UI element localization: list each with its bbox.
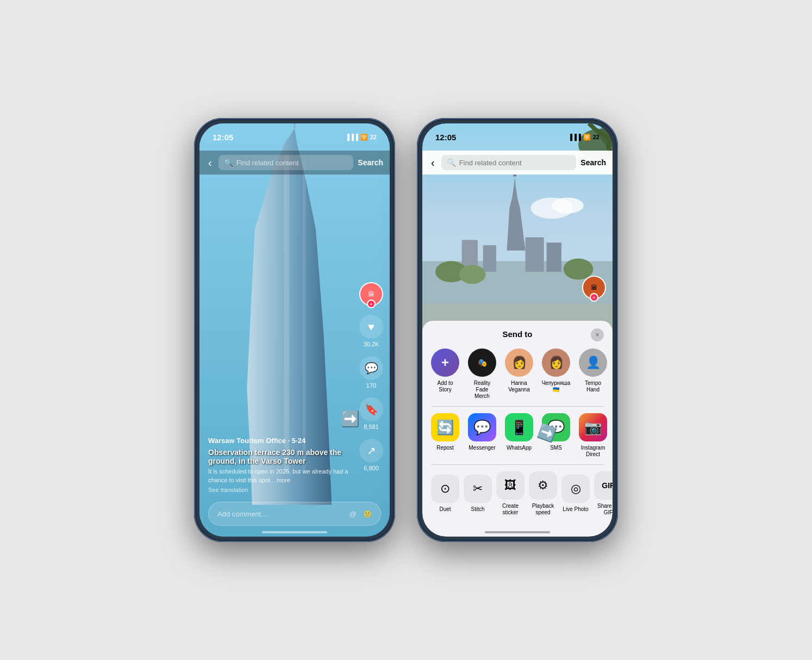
tempo-hand-label: Tempo Hand [579,380,607,393]
status-icons: ▐▐▐ 🛜 22 [345,134,377,141]
video-info: Warsaw Tourism Office · 5·24 Observation… [208,437,357,493]
video-title: Observation terrace 230 m above the grou… [208,448,357,465]
wifi-icon: 🛜 [360,134,368,141]
duet-icon: ⊙ [431,475,459,503]
tool-playback-speed[interactable]: ⚙ Playback speed [529,471,557,516]
repost-label: Repost [436,445,454,451]
svg-rect-15 [547,242,561,272]
tool-stitch[interactable]: ✂ Stitch [464,475,492,513]
contacts-row: + Add to Story 🎭 Reality Fade Merch 👩 Ha… [422,344,613,404]
reality-fade-avatar: 🎭 [468,348,496,377]
comment-bar[interactable]: Add comment... @ 🙂 [208,502,381,526]
like-count: 30.2K [364,341,379,347]
like-button[interactable]: ♥ 30.2K [359,315,383,347]
search-bar-right[interactable]: ‹ 🔍 Find related content Search [422,151,613,175]
add-to-story-label: Add to Story [431,380,459,393]
back-button-right[interactable]: ‹ [429,154,437,171]
profile-action-right[interactable]: 🏛 + [582,276,606,300]
hanna-avatar: 👩 [505,348,533,377]
profile-icon[interactable]: 🏛 + [359,282,383,306]
search-bar[interactable]: ‹ 🔍 Find related content Search [199,151,390,175]
hanna-label: Hanna Veganna [505,380,533,393]
video-description: It is scheduled to open in 2025, but we … [208,468,357,484]
search-input-right[interactable]: 🔍 Find related content [441,155,577,170]
create-sticker-label: Create sticker [496,503,524,516]
contact-hanna[interactable]: 👩 Hanna Veganna [505,348,533,400]
tool-live-photo[interactable]: ◎ Live Photo [561,475,590,513]
create-sticker-icon: 🖼 [496,471,524,500]
bookmark-icon: 🔖 [359,397,383,421]
app-instagram-direct[interactable]: 📷 Instagram Direct [579,413,607,458]
status-icons-right: ▐▐▐ 🛜 22 [568,134,599,141]
share-as-gif-icon: GIF [594,471,613,500]
profile-action[interactable]: 🏛 + [359,282,383,306]
messenger-icon: 💬 [468,413,496,441]
share-close-button[interactable]: × [591,328,604,341]
wifi-icon-right: 🛜 [583,134,591,141]
heart-icon: ♥ [359,315,383,339]
live-photo-label: Live Photo [563,506,588,513]
video-username: Warsaw Tourism Office · 5·24 [208,437,357,445]
signal-icon-right: ▐▐▐ [568,134,580,140]
app-repost[interactable]: 🔄 Repost [431,413,459,458]
contact-tempo-hand[interactable]: 👤 Tempo Hand [579,348,607,400]
tool-create-sticker[interactable]: 🖼 Create sticker [496,471,524,516]
search-input[interactable]: 🔍 Find related content [218,155,354,170]
home-indicator-right [485,531,550,533]
chepurnyasha-label: Чепурняша 🇺🇦 [542,380,571,393]
battery-icon: 22 [370,134,377,140]
back-button[interactable]: ‹ [206,154,214,171]
search-placeholder-right: Find related content [459,159,522,167]
search-button[interactable]: Search [358,158,383,167]
stitch-icon: ✂ [464,475,492,503]
instagram-direct-label: Instagram Direct [579,445,607,458]
messenger-label: Messenger [469,445,495,451]
divider-2 [431,464,604,465]
svg-point-8 [552,197,583,213]
tool-share-as-gif[interactable]: GIF Share as GIF [594,471,613,516]
follow-plus: + [367,300,376,308]
share-icon: ↗ [359,439,383,463]
svg-rect-13 [483,245,496,272]
see-translation[interactable]: See translation [208,487,357,493]
sms-label: SMS [550,445,562,451]
contact-reality-fade[interactable]: 🎭 Reality Fade Merch [468,348,496,400]
save-count: 8,581 [364,424,379,430]
comment-icons: @ 🙂 [349,510,372,518]
apps-row: 🔄 Repost 💬 Messenger 📱 WhatsApp 💬 SMS [422,409,613,462]
comment-button[interactable]: 💬 170 [359,356,383,389]
svg-point-17 [459,265,486,284]
at-icon[interactable]: @ [349,510,357,518]
app-whatsapp[interactable]: 📱 WhatsApp [505,413,533,458]
comment-count: 170 [366,382,376,389]
status-bar: 12:05 ▐▐▐ 🛜 22 [199,123,390,151]
share-button[interactable]: ↗ 6,800 [359,439,383,471]
profile-icon-right[interactable]: 🏛 + [582,276,606,300]
home-indicator [262,531,327,533]
svg-rect-4 [284,155,290,473]
search-placeholder: Find related content [236,159,299,167]
share-header: Send to × [422,321,613,344]
app-messenger[interactable]: 💬 Messenger [468,413,496,458]
whatsapp-label: WhatsApp [507,445,532,451]
share-title: Send to [503,329,533,339]
share-count: 6,800 [364,465,379,471]
contact-chepurnyasha[interactable]: 👩 Чепурняша 🇺🇦 [542,348,570,400]
playback-speed-icon: ⚙ [529,471,557,500]
emoji-icon[interactable]: 🙂 [363,510,372,518]
live-photo-icon: ◎ [561,475,590,503]
tools-row: ⊙ Duet ✂ Stitch 🖼 Create sticker ⚙ Playb… [422,467,613,520]
repost-icon: 🔄 [431,413,459,441]
instagram-direct-icon: 📷 [579,413,607,441]
status-time: 12:05 [213,133,233,142]
tool-duet[interactable]: ⊙ Duet [431,475,459,513]
contact-add-to-story[interactable]: + Add to Story [431,348,459,400]
search-button-right[interactable]: Search [580,158,606,167]
add-to-story-avatar: + [431,348,459,377]
status-bar-right: 12:05 ▐▐▐ 🛜 22 [422,123,613,151]
comment-placeholder[interactable]: Add comment... [217,510,345,518]
right-phone: 12:05 ▐▐▐ 🛜 22 ‹ 🔍 Find related content … [417,118,618,542]
save-button[interactable]: 🔖 8,581 [359,397,383,430]
tempo-hand-avatar: 👤 [579,348,607,377]
battery-icon-right: 22 [593,134,599,140]
